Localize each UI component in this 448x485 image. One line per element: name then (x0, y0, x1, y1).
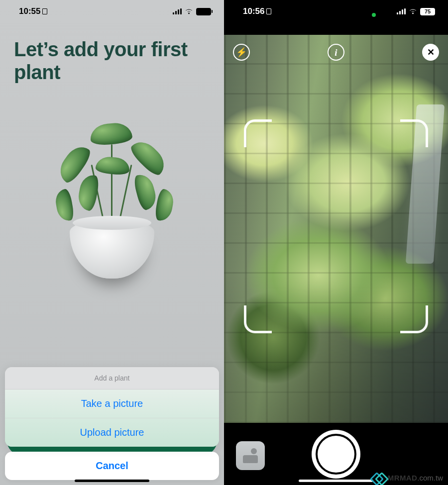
wifi-icon (185, 8, 193, 14)
watermark-bold: MRMAD (388, 474, 418, 482)
action-sheet: Add a plant Take a picture Upload pictur… (5, 367, 219, 480)
watermark: MRMAD.com.tw (373, 474, 443, 482)
gallery-button[interactable] (236, 441, 265, 470)
cellular-signal-icon (397, 8, 406, 14)
sheet-title: Add a plant (5, 367, 219, 389)
cancel-button[interactable]: Cancel (5, 452, 219, 480)
page-title: Let’s add your first plant (0, 23, 224, 84)
time-text: 10:56 (243, 6, 264, 16)
watermark-rest: .com.tw (417, 474, 443, 482)
camera-screen: 10:56 75 ⚡ i ✕ (224, 0, 448, 485)
sim-icon (266, 8, 271, 14)
gallery-icon (243, 448, 258, 463)
dynamic-island (304, 6, 368, 24)
status-time: 10:55 (19, 6, 47, 16)
status-right: 75 (173, 8, 211, 15)
onboarding-screen: 10:55 75 Let’s add your first plant Add … (0, 0, 224, 485)
wifi-icon (409, 8, 417, 14)
home-indicator[interactable] (75, 480, 149, 482)
camera-active-indicator-icon (372, 13, 376, 17)
info-button[interactable]: i (328, 44, 344, 61)
status-right: 75 (397, 8, 435, 15)
watermark-logo-icon (373, 474, 385, 482)
info-icon: i (335, 48, 337, 57)
cellular-signal-icon (173, 8, 182, 14)
status-time: 10:56 (243, 6, 271, 16)
focus-frame (244, 119, 428, 333)
sim-icon (42, 8, 47, 14)
focus-corner-icon (244, 119, 272, 147)
focus-corner-icon (400, 305, 428, 333)
battery-icon: 75 (420, 8, 435, 15)
battery-icon: 75 (196, 8, 211, 15)
shutter-button[interactable] (316, 434, 356, 475)
focus-corner-icon (400, 119, 428, 147)
take-picture-button[interactable]: Take a picture (5, 389, 219, 418)
flash-icon: ⚡ (236, 47, 247, 58)
time-text: 10:55 (19, 6, 40, 16)
plant-pot-icon (70, 219, 154, 279)
close-icon: ✕ (427, 47, 435, 58)
camera-viewfinder: ⚡ i ✕ (224, 35, 448, 423)
upload-picture-button[interactable]: Upload picture (5, 418, 219, 447)
flash-toggle-button[interactable]: ⚡ (233, 44, 250, 61)
close-button[interactable]: ✕ (422, 44, 439, 61)
status-bar: 10:55 75 (0, 0, 224, 23)
home-indicator[interactable] (299, 480, 373, 482)
focus-corner-icon (244, 305, 272, 333)
